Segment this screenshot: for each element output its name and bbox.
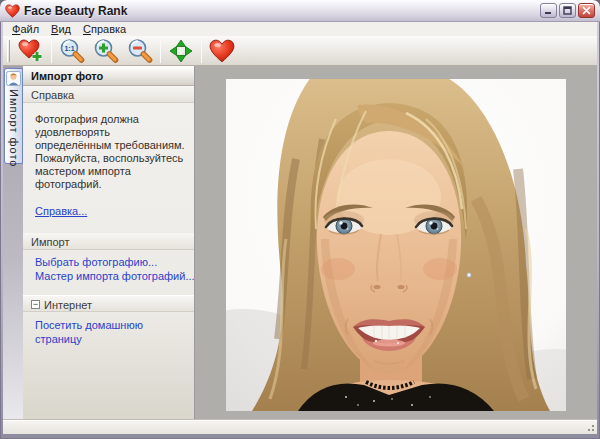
help-text-line: Фотография должна удовлетворять определё… — [35, 113, 187, 152]
client-area: Файл Вид Справка — [3, 22, 597, 434]
minimize-icon — [544, 6, 553, 15]
resize-grip[interactable] — [584, 421, 596, 433]
menu-help[interactable]: Справка — [77, 22, 132, 36]
section-title: Импорт — [31, 236, 69, 248]
magnifier-plus-icon — [93, 38, 119, 64]
content-area: Импорт фото Импорт фото Справка Фотограф… — [3, 66, 597, 419]
zoom-in-button[interactable] — [89, 37, 123, 65]
tab-strip: Импорт фото — [3, 66, 23, 419]
app-window: Face Beauty Rank Файл Вид Справка — [0, 0, 600, 439]
internet-links: Посетить домашнюю страницу — [23, 312, 194, 346]
zoom-actual-button[interactable]: 1:1 — [55, 37, 89, 65]
rank-button[interactable] — [205, 37, 239, 65]
toolbar-gripper[interactable] — [7, 40, 10, 62]
portrait-image — [226, 79, 566, 411]
tab-label: Импорт фото — [8, 89, 20, 167]
choose-photo-link[interactable]: Выбрать фотографию... — [35, 255, 188, 269]
title-bar: Face Beauty Rank — [0, 0, 600, 22]
menu-view[interactable]: Вид — [45, 22, 77, 36]
magnifier-minus-icon — [127, 38, 153, 64]
heart-plus-icon — [17, 38, 45, 64]
fit-view-button[interactable] — [164, 37, 198, 65]
section-header-help: Справка — [23, 86, 194, 103]
toolbar-separator — [160, 39, 161, 63]
heart-icon — [5, 4, 20, 18]
panel-title: Импорт фото — [23, 66, 194, 86]
person-icon — [6, 71, 21, 86]
close-icon — [582, 6, 591, 15]
import-links: Выбрать фотографию... Мастер импорта фот… — [23, 250, 194, 295]
maximize-icon — [563, 6, 572, 15]
import-wizard-link[interactable]: Мастер импорта фотографий... — [35, 269, 188, 283]
toolbar-separator — [51, 39, 52, 63]
close-button[interactable] — [578, 3, 595, 18]
magnifier-1to1-icon: 1:1 — [59, 38, 85, 64]
homepage-link[interactable]: Посетить домашнюю страницу — [35, 319, 143, 345]
toolbar: 1:1 — [3, 36, 597, 66]
collapse-minus-icon[interactable]: − — [31, 300, 40, 309]
window-title: Face Beauty Rank — [24, 4, 538, 18]
tab-import-photo[interactable]: Импорт фото — [4, 68, 23, 164]
portrait-photo — [226, 79, 566, 411]
zoom-out-button[interactable] — [123, 37, 157, 65]
green-arrows-icon — [169, 39, 193, 63]
help-text: Фотография должна удовлетворять определё… — [23, 103, 194, 191]
status-bar — [3, 419, 597, 434]
section-header-internet: − Интернет — [23, 295, 194, 312]
side-panel: Импорт фото Справка Фотография должна уд… — [23, 66, 195, 419]
menu-file[interactable]: Файл — [6, 22, 45, 36]
photo-canvas — [195, 66, 597, 419]
section-title: Интернет — [44, 299, 92, 311]
section-title: Справка — [31, 89, 74, 101]
help-text-line: Пожалуйста, воспользуйтесь мастером импо… — [35, 152, 187, 191]
maximize-button[interactable] — [559, 3, 576, 18]
section-header-import: Импорт — [23, 233, 194, 250]
minimize-button[interactable] — [540, 3, 557, 18]
svg-text:1:1: 1:1 — [64, 44, 74, 51]
menu-bar: Файл Вид Справка — [3, 22, 597, 36]
toolbar-separator — [201, 39, 202, 63]
add-photo-button[interactable] — [14, 37, 48, 65]
heart-icon — [209, 39, 235, 63]
help-link[interactable]: Справка... — [35, 205, 194, 217]
